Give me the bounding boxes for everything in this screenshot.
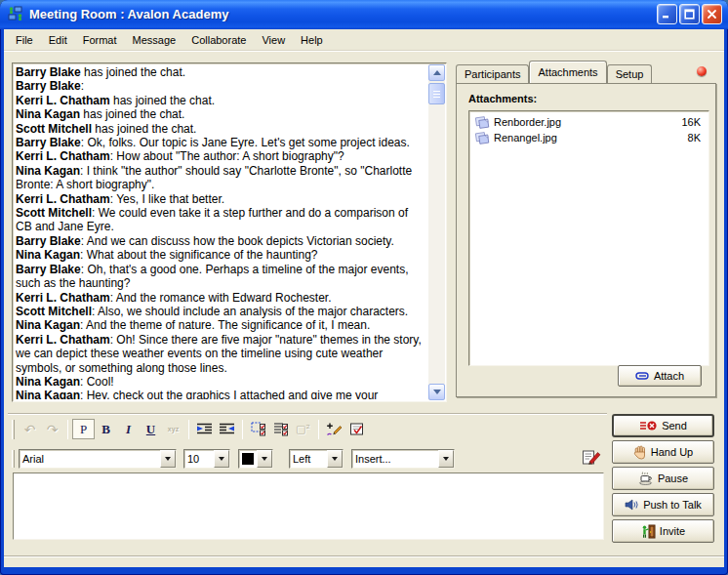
chat-author: Barry Blake [16, 234, 81, 248]
toolbar-grip-icon[interactable] [12, 450, 15, 468]
chat-log[interactable]: Barry Blake has joined the chat.Barry Bl… [16, 65, 426, 399]
toolbar-separator [188, 420, 189, 439]
menu-item-help[interactable]: Help [293, 31, 331, 49]
chat-author: Nina Kagan [16, 389, 80, 399]
chat-message: Nina Kagan has joined the chat. [16, 107, 426, 121]
list-marks-icon[interactable] [269, 419, 292, 439]
send-button-label: Send [662, 420, 687, 431]
push-to-talk-button[interactable]: Push to Talk [612, 493, 714, 516]
send-button[interactable]: Send [612, 414, 714, 437]
message-input[interactable] [14, 473, 603, 539]
meeting-room-icon [8, 6, 24, 22]
chat-message: Barry Blake: [16, 79, 426, 93]
indent-increase-icon[interactable] [193, 419, 216, 439]
chat-text: has joined the chat. [110, 94, 215, 107]
tab-participants[interactable]: Participants [456, 64, 529, 83]
font-color-select[interactable] [238, 449, 273, 469]
chat-text: : Cool! [80, 375, 114, 389]
tab-strip: ParticipantsAttachmentsSetup [456, 61, 652, 83]
tab-setup[interactable]: Setup [607, 64, 653, 83]
attachment-file-name: Renborder.jpg [494, 116, 681, 128]
chat-text: : Ok, folks. Our topic is Jane Eyre. Let… [81, 136, 410, 149]
chat-text: : And the theme of nature. The significa… [80, 318, 370, 332]
chat-message: Nina Kagan: And the theme of nature. The… [16, 318, 426, 332]
tab-attachments[interactable]: Attachments [529, 61, 606, 83]
underline-button[interactable]: U [140, 419, 162, 439]
toolbar-separator [67, 420, 68, 439]
menu-item-format[interactable]: Format [75, 31, 125, 49]
font-family-value: Arial [20, 450, 160, 468]
font-family-select[interactable]: Arial [19, 449, 177, 469]
attachment-row[interactable]: Renborder.jpg16K [471, 114, 707, 130]
hand-up-button-label: Hand Up [651, 446, 693, 458]
insert-select[interactable]: Insert... [351, 449, 455, 469]
indent-decrease-icon[interactable] [216, 419, 238, 439]
close-button[interactable] [702, 4, 722, 24]
chat-text: : And the romance with Edward Rochester. [110, 291, 332, 305]
attachment-file-list[interactable]: Renborder.jpg16K Renangel.jpg8K [468, 110, 709, 366]
scrollbar-thumb[interactable] [428, 83, 445, 104]
paragraph-button[interactable]: P [72, 419, 95, 439]
chat-author: Scott Mitchell [16, 305, 92, 318]
app-window: Meeting Room : Avalon Academy FileEditFo… [0, 0, 728, 575]
font-size-icon: xyz [162, 419, 184, 439]
chat-text: has joined the chat. [80, 107, 184, 121]
menu-item-collaborate[interactable]: Collaborate [183, 31, 254, 49]
attach-button[interactable]: Attach [618, 365, 702, 387]
pause-button[interactable]: Pause [612, 467, 714, 490]
chat-author: Nina Kagan [16, 375, 80, 389]
chat-scrollbar[interactable] [428, 64, 445, 400]
bold-button[interactable]: B [95, 419, 117, 439]
chat-author: Kerri L. Chatham [16, 94, 110, 107]
spell-check-icon[interactable] [345, 419, 368, 439]
color-swatch [242, 453, 254, 465]
paperclip-icon [635, 371, 650, 381]
chat-text: has joined the chat. [81, 65, 185, 79]
toolbar-separator [318, 420, 319, 439]
chat-message: Nina Kagan: I think "the author" should … [16, 164, 426, 192]
attachment-file-icon [474, 116, 490, 129]
invite-button[interactable]: Invite [612, 519, 714, 543]
font-size-select[interactable]: 10 [183, 449, 230, 469]
chevron-down-icon[interactable] [438, 450, 454, 468]
invite-button-label: Invite [660, 525, 685, 537]
add-annotation-pen-icon[interactable] [323, 419, 345, 439]
attachment-file-icon [474, 132, 490, 144]
maximize-button[interactable] [679, 4, 700, 24]
attachment-row[interactable]: Renangel.jpg8K [471, 130, 707, 145]
alignment-value: Left [290, 450, 327, 468]
scroll-down-icon[interactable] [428, 384, 445, 400]
select-marks-icon[interactable] [247, 419, 269, 439]
menu-item-file[interactable]: File [8, 31, 41, 49]
scroll-up-icon[interactable] [428, 64, 445, 81]
chat-text: : Also, we should include an analysis of… [92, 305, 408, 318]
chat-message: Nina Kagan: Cool! [16, 375, 426, 389]
menu-item-view[interactable]: View [254, 31, 293, 49]
chevron-down-icon[interactable] [214, 450, 229, 468]
client-area: FileEditFormatMessageCollaborateViewHelp… [4, 29, 724, 567]
chevron-down-icon[interactable] [257, 450, 272, 468]
chat-author: Barry Blake [16, 136, 81, 149]
menu-item-edit[interactable]: Edit [41, 31, 75, 49]
attachment-file-name: Renangel.jpg [494, 132, 688, 144]
clear-marks-icon: ▢² [292, 419, 314, 439]
chat-text: : How about "The author: A short biograp… [110, 149, 344, 163]
minimize-button[interactable] [657, 4, 677, 24]
chat-author: Nina Kagan [16, 318, 80, 332]
chevron-down-icon[interactable] [327, 450, 343, 468]
hand-up-button[interactable]: Hand Up [612, 440, 714, 464]
menu-item-message[interactable]: Message [125, 31, 184, 49]
font-size-value: 10 [184, 450, 214, 468]
chat-message: Barry Blake: Ok, folks. Our topic is Jan… [16, 136, 426, 149]
title-bar[interactable]: Meeting Room : Avalon Academy [0, 0, 728, 29]
italic-button[interactable]: I [117, 419, 140, 439]
chevron-down-icon[interactable] [160, 450, 176, 468]
toolbar-grip-icon[interactable] [12, 420, 15, 439]
chat-message: Kerri L. Chatham: Oh! Since there are fi… [16, 333, 426, 375]
toolbar-separator [242, 420, 243, 439]
edit-note-icon[interactable] [582, 449, 601, 466]
chat-author: Kerri L. Chatham [16, 149, 110, 163]
chat-message: Scott Mitchell has joined the chat. [16, 122, 426, 136]
status-bar [4, 555, 724, 567]
alignment-select[interactable]: Left [289, 449, 344, 469]
